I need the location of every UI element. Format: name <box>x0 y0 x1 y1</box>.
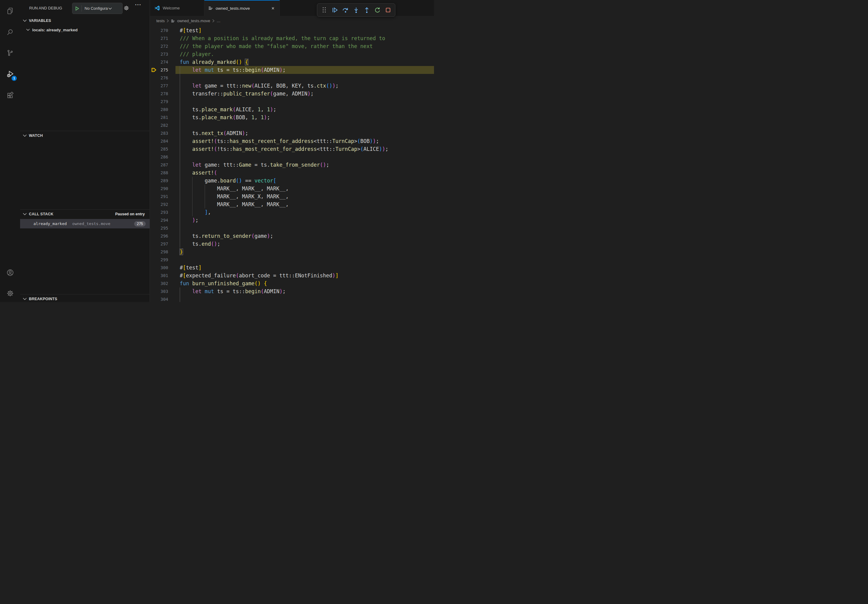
step-over-icon[interactable] <box>340 5 351 15</box>
code-line[interactable]: 295 <box>150 224 434 232</box>
line-number[interactable]: 276 <box>158 74 168 82</box>
gutter-breakpoint-zone[interactable] <box>150 82 158 90</box>
code-line[interactable]: 294 ); <box>150 216 434 224</box>
line-number[interactable]: 275 <box>158 66 168 74</box>
line-number[interactable]: 287 <box>158 161 168 169</box>
code-line[interactable]: 281 ts.place_mark(BOB, 1, 1); <box>150 113 434 121</box>
code-line-current[interactable]: 275 let mut ts = ts::begin(ADMIN); <box>150 66 434 74</box>
code-line[interactable]: 299 <box>150 256 434 264</box>
gutter-breakpoint-zone[interactable] <box>150 50 158 58</box>
gutter-breakpoint-zone[interactable] <box>150 264 158 272</box>
gutter-breakpoint-zone[interactable] <box>150 279 158 287</box>
breadcrumb-folder[interactable]: tests <box>157 19 164 23</box>
variables-section-header[interactable]: VARIABLES <box>20 16 150 25</box>
code-line[interactable]: 293 ], <box>150 208 434 216</box>
code-line[interactable]: 274fun already_marked() { <box>150 58 434 66</box>
gutter-breakpoint-zone[interactable] <box>150 184 158 192</box>
drag-handle-icon[interactable] <box>319 5 330 15</box>
run-and-debug-icon[interactable]: 1 <box>0 67 20 82</box>
code-line[interactable]: 276 <box>150 74 434 82</box>
gutter-breakpoint-zone[interactable] <box>150 58 158 66</box>
gutter-breakpoint-zone[interactable] <box>150 216 158 224</box>
line-number[interactable]: 280 <box>158 105 168 113</box>
code-line[interactable]: 279 <box>150 98 434 105</box>
line-number[interactable]: 298 <box>158 248 168 256</box>
search-icon[interactable] <box>0 25 20 40</box>
line-number[interactable]: 283 <box>158 129 168 137</box>
code-line[interactable]: 300#[test] <box>150 264 434 272</box>
gutter-breakpoint-zone[interactable] <box>150 256 158 264</box>
code-line[interactable]: 277 let game = ttt::new(ALICE, BOB, KEY,… <box>150 82 434 90</box>
code-line[interactable]: 290 MARK__, MARK__, MARK__, <box>150 184 434 192</box>
step-out-icon[interactable] <box>361 5 372 15</box>
gutter-breakpoint-zone[interactable] <box>150 105 158 113</box>
line-number[interactable]: 296 <box>158 232 168 240</box>
code-line[interactable]: 273/// player. <box>150 50 434 58</box>
code-line[interactable]: 289 game.board() == vector[ <box>150 177 434 184</box>
code-line[interactable]: 272/// the player who made the "false" m… <box>150 42 434 50</box>
code-line[interactable]: 298} <box>150 248 434 256</box>
code-line[interactable]: 304 <box>150 295 434 302</box>
gutter-breakpoint-zone[interactable] <box>150 34 158 42</box>
line-number[interactable]: 299 <box>158 256 168 264</box>
breadcrumb-symbol[interactable]: … <box>217 19 220 23</box>
line-number[interactable]: 290 <box>158 184 168 192</box>
code-line[interactable]: 283 ts.next_tx(ADMIN); <box>150 129 434 137</box>
code-line[interactable]: 296 ts.return_to_sender(game); <box>150 232 434 240</box>
settings-gear-icon[interactable] <box>0 286 20 300</box>
gutter-breakpoint-zone[interactable] <box>150 129 158 137</box>
code-line[interactable]: 271/// When a position is already marked… <box>150 34 434 42</box>
gutter-breakpoint-zone[interactable] <box>150 98 158 105</box>
gutter-breakpoint-zone[interactable] <box>150 90 158 98</box>
line-number[interactable]: 293 <box>158 208 168 216</box>
breadcrumb-file[interactable]: owned_tests.move <box>177 19 210 23</box>
gutter-breakpoint-zone[interactable] <box>150 248 158 256</box>
code-line[interactable]: 284 assert!(ts::has_most_recent_for_addr… <box>150 137 434 145</box>
code-line[interactable]: 287 let game: ttt::Game = ts.take_from_s… <box>150 161 434 169</box>
continue-icon[interactable] <box>330 5 340 15</box>
stop-icon[interactable] <box>383 5 393 15</box>
debug-settings-gear-icon[interactable] <box>124 5 129 11</box>
gutter-breakpoint-zone[interactable] <box>150 26 158 34</box>
line-number[interactable]: 278 <box>158 90 168 98</box>
gutter-breakpoint-zone[interactable] <box>150 161 158 169</box>
gutter-breakpoint-zone[interactable] <box>150 295 158 302</box>
line-number[interactable]: 300 <box>158 264 168 272</box>
variables-locals-scope[interactable]: locals: already_marked <box>20 26 150 34</box>
gutter-breakpoint-zone[interactable] <box>150 74 158 82</box>
gutter-breakpoint-zone[interactable] <box>150 137 158 145</box>
gutter-breakpoint-zone[interactable] <box>150 192 158 200</box>
watch-section-header[interactable]: WATCH <box>20 132 150 140</box>
gutter-breakpoint-zone[interactable] <box>150 153 158 161</box>
code-line[interactable]: 297 ts.end(); <box>150 240 434 248</box>
line-number[interactable]: 291 <box>158 192 168 200</box>
gutter-breakpoint-zone[interactable] <box>150 177 158 184</box>
gutter-breakpoint-zone[interactable] <box>150 42 158 50</box>
explorer-icon[interactable] <box>0 4 20 18</box>
more-actions-icon[interactable]: ··· <box>135 2 141 8</box>
line-number[interactable]: 279 <box>158 98 168 105</box>
line-number[interactable]: 302 <box>158 279 168 287</box>
line-number[interactable]: 274 <box>158 58 168 66</box>
line-number[interactable]: 270 <box>158 26 168 34</box>
gutter-breakpoint-zone[interactable] <box>150 145 158 153</box>
breakpoints-section-header[interactable]: BREAKPOINTS <box>20 295 150 302</box>
close-tab-icon[interactable]: ✕ <box>271 5 275 11</box>
tab-welcome[interactable]: Welcome <box>150 0 205 16</box>
line-number[interactable]: 289 <box>158 177 168 184</box>
gutter-breakpoint-zone[interactable] <box>150 240 158 248</box>
code-line[interactable]: 282 <box>150 121 434 129</box>
call-stack-frame-row[interactable]: already_marked owned_tests.move 275 <box>20 219 150 228</box>
line-number[interactable]: 288 <box>158 169 168 177</box>
line-number[interactable]: 277 <box>158 82 168 90</box>
code-line[interactable]: 301#[expected_failure(abort_code = ttt::… <box>150 272 434 279</box>
code-line[interactable]: 303 let mut ts = ts::begin(ADMIN); <box>150 287 434 295</box>
gutter-breakpoint-zone[interactable] <box>150 287 158 295</box>
gutter-breakpoint-zone[interactable] <box>150 224 158 232</box>
line-number[interactable]: 295 <box>158 224 168 232</box>
line-number[interactable]: 294 <box>158 216 168 224</box>
code-line[interactable]: 291 MARK__, MARK_X, MARK__, <box>150 192 434 200</box>
line-number[interactable]: 273 <box>158 50 168 58</box>
line-number[interactable]: 272 <box>158 42 168 50</box>
gutter-breakpoint-zone[interactable] <box>150 113 158 121</box>
